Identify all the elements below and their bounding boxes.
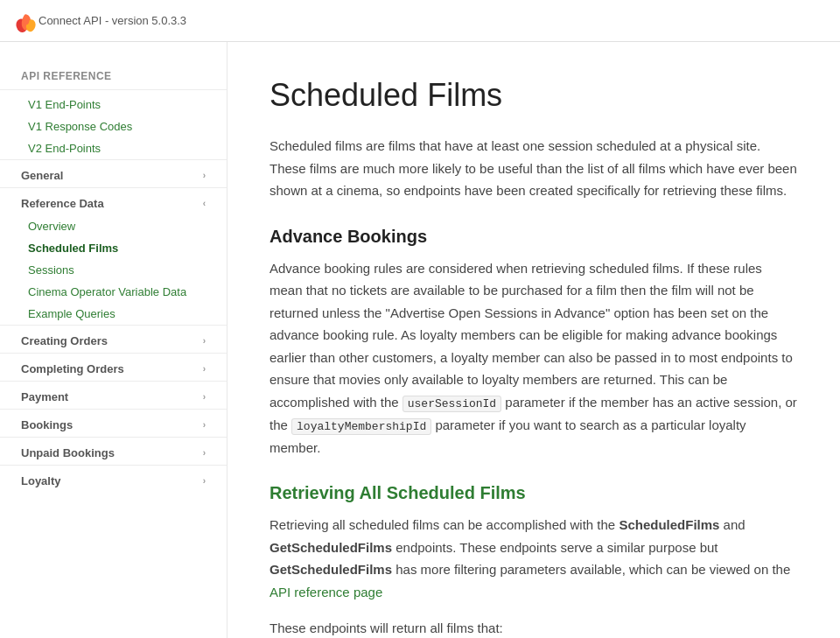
sidebar-link-v1-endpoints[interactable]: V1 End-Points	[0, 94, 227, 116]
retrieving-text2: These endpoints will return all films th…	[270, 617, 798, 638]
sidebar-section-payment[interactable]: Payment ›	[0, 381, 227, 409]
sidebar-link-sessions[interactable]: Sessions	[0, 259, 227, 281]
chevron-right-icon-7: ›	[203, 476, 206, 486]
sidebar-section-unpaid-bookings-label: Unpaid Bookings	[21, 446, 115, 459]
chevron-right-icon-4: ›	[203, 392, 206, 402]
intro-paragraph: Scheduled films are films that have at l…	[270, 135, 798, 202]
retrieving-text1d: has more filtering parameters available,…	[396, 562, 790, 577]
sidebar-section-completing-orders[interactable]: Completing Orders ›	[0, 353, 227, 381]
sidebar-section-creating-orders-label: Creating Orders	[21, 334, 108, 347]
sidebar-section-loyalty-label: Loyalty	[21, 474, 61, 487]
sidebar-link-example-queries[interactable]: Example Queries	[0, 303, 227, 325]
sidebar-section-general-label: General	[21, 169, 63, 182]
sidebar-section-creating-orders[interactable]: Creating Orders ›	[0, 325, 227, 353]
sidebar: API Reference V1 End-Points V1 Response …	[0, 42, 228, 638]
chevron-right-icon: ›	[203, 171, 206, 180]
chevron-right-icon-2: ›	[203, 336, 206, 346]
loyalty-membership-id-code: loyaltyMembershipId	[291, 418, 431, 435]
sidebar-link-v2-endpoints[interactable]: V2 End-Points	[0, 137, 227, 159]
sidebar-section-reference-data-label: Reference Data	[21, 197, 104, 210]
sidebar-section-reference-data[interactable]: Reference Data ‹	[0, 187, 227, 215]
get-scheduled-films-bold2: GetScheduledFilms	[270, 562, 392, 577]
sidebar-section-unpaid-bookings[interactable]: Unpaid Bookings ›	[0, 437, 227, 465]
app-logo	[14, 9, 38, 33]
topbar: Connect API - version 5.0.3.3	[0, 0, 840, 42]
sidebar-divider-1	[0, 89, 227, 90]
main-content: Scheduled Films Scheduled films are film…	[228, 42, 840, 638]
sidebar-section-bookings-label: Bookings	[21, 418, 73, 431]
and-text: and	[724, 517, 746, 532]
sidebar-section-general[interactable]: General ›	[0, 159, 227, 187]
chevron-right-icon-6: ›	[203, 448, 206, 458]
api-reference-label: API Reference	[0, 63, 227, 86]
chevron-right-icon-3: ›	[203, 364, 206, 374]
get-scheduled-films-bold: GetScheduledFilms	[270, 540, 392, 555]
sidebar-section-loyalty[interactable]: Loyalty ›	[0, 465, 227, 493]
sidebar-link-cinema-operator[interactable]: Cinema Operator Variable Data	[0, 281, 227, 303]
retrieving-text1c: endpoints. These endpoints serve a simil…	[396, 540, 718, 555]
api-reference-page-link[interactable]: API reference page	[270, 585, 382, 599]
main-layout: API Reference V1 End-Points V1 Response …	[0, 42, 840, 638]
sidebar-link-overview[interactable]: Overview	[0, 215, 227, 237]
sidebar-link-scheduled-films[interactable]: Scheduled Films	[0, 237, 227, 259]
sidebar-section-payment-label: Payment	[21, 390, 68, 403]
advance-bookings-text: Advance booking rules are considered whe…	[270, 261, 793, 410]
sidebar-link-v1-response-codes[interactable]: V1 Response Codes	[0, 116, 227, 137]
advance-bookings-heading: Advance Bookings	[270, 227, 798, 247]
retrieving-paragraph: Retrieving all scheduled films can be ac…	[270, 514, 798, 603]
retrieving-text1: Retrieving all scheduled films can be ac…	[270, 517, 615, 532]
page-title: Scheduled Films	[270, 77, 798, 114]
chevron-down-icon: ‹	[203, 199, 206, 208]
retrieving-heading: Retrieving All Scheduled Films	[270, 483, 798, 503]
sidebar-section-bookings[interactable]: Bookings ›	[0, 409, 227, 437]
chevron-right-icon-5: ›	[203, 420, 206, 430]
app-title: Connect API - version 5.0.3.3	[38, 14, 186, 27]
advance-bookings-paragraph: Advance booking rules are considered whe…	[270, 257, 798, 459]
sidebar-section-completing-orders-label: Completing Orders	[21, 362, 124, 375]
user-session-id-code: userSessionId	[402, 396, 501, 412]
scheduled-films-bold: ScheduledFilms	[619, 517, 719, 532]
